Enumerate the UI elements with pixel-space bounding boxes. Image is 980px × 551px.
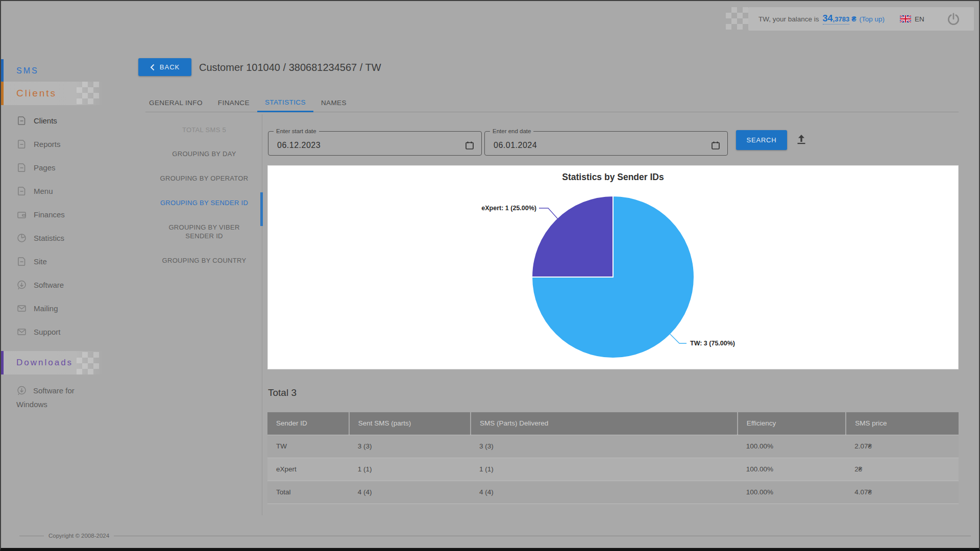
grouping-by-sender-id[interactable]: GROUPING BY SENDER ID [148, 198, 260, 207]
pie-chart-icon [16, 233, 27, 243]
document-icon [16, 115, 27, 126]
cell-delivered: 3 (3) [471, 435, 738, 458]
cell-sender-id: Total [267, 481, 349, 504]
balance-fraction: ,3783 [833, 15, 850, 23]
sidebar-item-statistics[interactable]: Statistics [1, 226, 118, 249]
start-date-value[interactable]: 06.12.2023 [277, 141, 321, 150]
document-icon [16, 256, 27, 267]
sidebar-section-sms[interactable]: SMS [1, 59, 39, 83]
back-button[interactable]: BACK [138, 58, 191, 76]
subnav-divider [262, 114, 262, 515]
power-icon [946, 12, 961, 26]
tw-slice-annotation: TW: 3 (75.00%) [690, 340, 735, 347]
uk-flag-icon [900, 15, 911, 22]
cell-sms-price: 4.07₴ [846, 481, 959, 504]
sidebar-item-mailing[interactable]: Mailing [1, 296, 118, 320]
sidebar-item-support[interactable]: Support [1, 320, 118, 343]
sidebar-item-label: Site [34, 257, 47, 266]
tab-names[interactable]: NAMES [313, 93, 354, 112]
cell-delivered: 4 (4) [471, 481, 738, 504]
cell-efficiency: 100.00% [738, 458, 846, 481]
sidebar-item-label: Finances [34, 210, 65, 219]
table-row-tw: TW 3 (3) 3 (3) 100.00% 2.07₴ [267, 435, 959, 458]
cell-sms-price: 2.07₴ [846, 435, 959, 458]
upload-icon [795, 133, 807, 145]
tab-bar: GENERAL INFO FINANCE STATISTICS NAMES [141, 93, 354, 112]
cell-efficiency: 100.00% [738, 481, 846, 504]
footer: Copyright © 2008-2024 [19, 533, 971, 539]
end-date-label: Enter end date [490, 128, 533, 134]
copyright-text: Copyright © 2008-2024 [48, 533, 109, 539]
cell-sent-sms: 4 (4) [349, 481, 471, 504]
total-heading: Total 3 [268, 387, 297, 398]
sidebar-item-label: Software [34, 281, 64, 289]
tab-general-info[interactable]: GENERAL INFO [141, 93, 210, 112]
download-icon [16, 280, 27, 290]
tab-finance[interactable]: FINANCE [210, 93, 257, 112]
column-header-efficiency: Efficiency [738, 412, 846, 435]
tab-statistics[interactable]: STATISTICS [257, 93, 313, 112]
cell-delivered: 1 (1) [471, 458, 738, 481]
cell-sent-sms: 1 (1) [349, 458, 471, 481]
sidebar-item-label: Statistics [34, 234, 64, 242]
calendar-icon[interactable] [464, 140, 475, 153]
sidebar-item-finances[interactable]: Finances [1, 203, 118, 226]
sidebar-item-clients[interactable]: Clients [1, 109, 118, 132]
sidebar-item-site[interactable]: Site [1, 249, 118, 273]
column-header-delivered: SMS (Parts) Delivered [471, 412, 738, 435]
section-label: Downloads [16, 358, 73, 368]
sidebar-item-software[interactable]: Software [1, 273, 118, 296]
end-date-field[interactable]: Enter end date 06.01.2024 [484, 128, 728, 156]
total-sms-label: TOTAL SMS 5 [148, 126, 260, 134]
language-code: EN [915, 15, 924, 23]
topbar: TW, your balance is 34,3783 ₴ (Top up) E… [748, 7, 974, 31]
cell-sent-sms: 3 (3) [349, 435, 471, 458]
section-accent-bar [1, 351, 4, 374]
section-label: Clients [16, 88, 57, 99]
sidebar-section-clients[interactable]: Clients [1, 82, 103, 105]
balance-amount[interactable]: 34,3783 [823, 13, 850, 24]
search-button[interactable]: SEARCH [736, 130, 787, 150]
grouping-by-viber-sender-id[interactable]: GROUPING BY VIBER SENDER ID [156, 223, 253, 240]
section-accent-bar [1, 82, 4, 105]
column-header-sent-sms: Sent SMS (parts) [349, 412, 471, 435]
table-row-expert: eXpert 1 (1) 1 (1) 100.00% 2₴ [267, 458, 959, 481]
export-button[interactable] [794, 133, 808, 147]
currency-symbol: ₴ [851, 15, 856, 23]
sidebar-item-reports[interactable]: Reports [1, 132, 118, 156]
logout-button[interactable] [946, 12, 961, 26]
grouping-by-country[interactable]: GROUPING BY COUNTRY [148, 256, 260, 265]
sidebar-item-menu[interactable]: Menu [1, 179, 118, 203]
column-header-sms-price: SMS price [846, 412, 959, 435]
sidebar-item-label: Mailing [34, 304, 58, 313]
language-selector[interactable]: EN [900, 15, 924, 23]
sidebar-item-label: Pages [34, 163, 56, 172]
start-date-field[interactable]: Enter start date 06.12.2023 [268, 128, 482, 156]
tw-leader-line [670, 334, 687, 343]
top-up-link[interactable]: (Top up) [859, 15, 885, 23]
chart-panel: Statistics by Sender IDs eXpert: 1 (25.0… [267, 165, 959, 369]
grouping-by-day[interactable]: GROUPING BY DAY [148, 149, 260, 158]
envelope-icon [16, 303, 27, 314]
sidebar-section-downloads[interactable]: Downloads [1, 351, 103, 374]
cell-sender-id: eXpert [267, 458, 349, 481]
start-date-label: Enter start date [274, 128, 319, 134]
table-row-total: Total 4 (4) 4 (4) 100.00% 4.07₴ [267, 481, 959, 504]
grouping-by-operator[interactable]: GROUPING BY OPERATOR [148, 174, 260, 183]
sidebar-item-label: Clients [34, 116, 57, 125]
chevron-left-icon [150, 64, 155, 71]
document-icon [16, 186, 27, 196]
cell-efficiency: 100.00% [738, 435, 846, 458]
sidebar-item-software-for-windows[interactable]: Software for Windows [16, 384, 94, 411]
cell-sender-id: TW [267, 435, 349, 458]
calendar-icon[interactable] [710, 140, 721, 153]
end-date-value[interactable]: 06.01.2024 [494, 141, 537, 150]
balance-whole: 34 [823, 13, 833, 23]
app-window: TW, your balance is 34,3783 ₴ (Top up) E… [0, 0, 980, 551]
section-label: SMS [16, 66, 39, 76]
grouping-nav: TOTAL SMS 5 GROUPING BY DAY GROUPING BY … [148, 126, 260, 281]
sidebar-item-pages[interactable]: Pages [1, 156, 118, 179]
tab-bar-divider [145, 112, 959, 112]
envelope-icon [16, 327, 27, 337]
page-title: Customer 101040 / 380681234567 / TW [199, 62, 381, 73]
